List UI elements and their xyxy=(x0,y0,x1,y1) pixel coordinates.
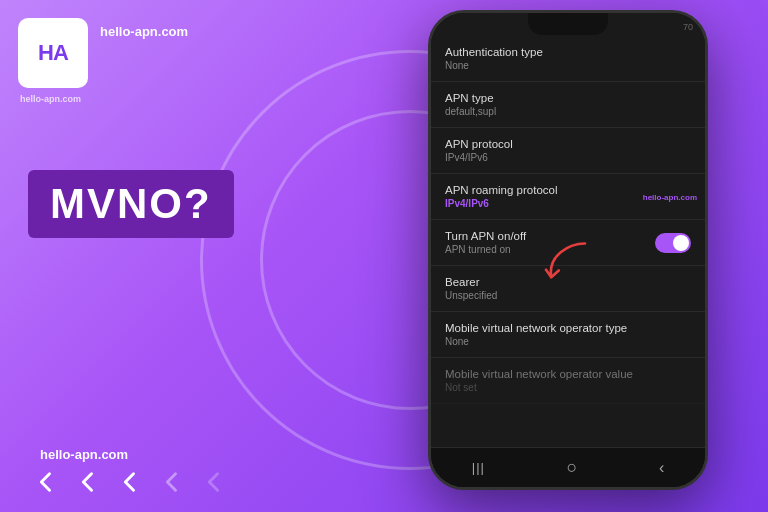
site-url-top: hello-apn.com xyxy=(100,24,188,39)
setting-value-toggle: APN turned on xyxy=(445,244,526,255)
nav-icon-recent[interactable]: ||| xyxy=(472,460,485,475)
setting-label-authentication: Authentication type xyxy=(445,46,691,58)
mvno-box: MVNO? xyxy=(28,170,234,238)
phone-notch xyxy=(528,13,608,35)
chevron-5 xyxy=(198,466,230,498)
setting-label-bearer: Bearer xyxy=(445,276,691,288)
phone-screen: 70 Authentication type None APN type def… xyxy=(431,13,705,487)
partial-scroll-indicator: 70 xyxy=(683,22,693,32)
phone-body: 70 Authentication type None APN type def… xyxy=(428,10,708,490)
settings-list: Authentication type None APN type defaul… xyxy=(431,36,705,447)
toggle-label-area: Turn APN on/off APN turned on xyxy=(445,230,526,255)
setting-label-apn-protocol: APN protocol xyxy=(445,138,691,150)
chevrons-row xyxy=(30,466,230,498)
logo-tagline: hello-apn.com xyxy=(20,94,81,104)
setting-value-authentication: None xyxy=(445,60,691,71)
mvno-label: MVNO? xyxy=(50,180,212,227)
setting-apn-roaming-protocol[interactable]: APN roaming protocol IPv4/IPv6 hello-apn… xyxy=(431,174,705,220)
setting-value-apn-type: default,supl xyxy=(445,106,691,117)
setting-apn-toggle[interactable]: Turn APN on/off APN turned on xyxy=(431,220,705,266)
chevron-1 xyxy=(30,466,62,498)
setting-bearer[interactable]: Bearer Unspecified xyxy=(431,266,705,312)
nav-icon-home[interactable]: ○ xyxy=(566,457,577,478)
toggle-knob xyxy=(673,235,689,251)
setting-authentication-type[interactable]: Authentication type None xyxy=(431,36,705,82)
setting-value-bearer: Unspecified xyxy=(445,290,691,301)
phone-container: 70 Authentication type None APN type def… xyxy=(428,10,738,500)
logo-text: HA xyxy=(38,40,68,66)
setting-mvno-type[interactable]: Mobile virtual network operator type Non… xyxy=(431,312,705,358)
setting-apn-type[interactable]: APN type default,supl xyxy=(431,82,705,128)
setting-label-toggle: Turn APN on/off xyxy=(445,230,526,242)
setting-value-mvno-type: None xyxy=(445,336,691,347)
logo-box: HA xyxy=(18,18,88,88)
chevron-2 xyxy=(72,466,104,498)
site-url-bottom: hello-apn.com xyxy=(40,447,128,462)
apn-toggle-switch[interactable] xyxy=(655,233,691,253)
setting-value-apn-protocol: IPv4/IPv6 xyxy=(445,152,691,163)
chevron-4 xyxy=(156,466,188,498)
phone-nav-bar: ||| ○ ‹ xyxy=(431,447,705,487)
setting-label-apn-type: APN type xyxy=(445,92,691,104)
setting-label-mvno-type: Mobile virtual network operator type xyxy=(445,322,691,334)
phone-watermark-inline: hello-apn.com xyxy=(643,192,697,201)
setting-mvno-value: Mobile virtual network operator value No… xyxy=(431,358,705,404)
setting-label-mvno-value: Mobile virtual network operator value xyxy=(445,368,691,380)
setting-value-mvno-value: Not set xyxy=(445,382,691,393)
logo-area: HA xyxy=(18,18,88,88)
chevron-3 xyxy=(114,466,146,498)
nav-icon-back[interactable]: ‹ xyxy=(659,459,664,477)
setting-apn-protocol[interactable]: APN protocol IPv4/IPv6 xyxy=(431,128,705,174)
